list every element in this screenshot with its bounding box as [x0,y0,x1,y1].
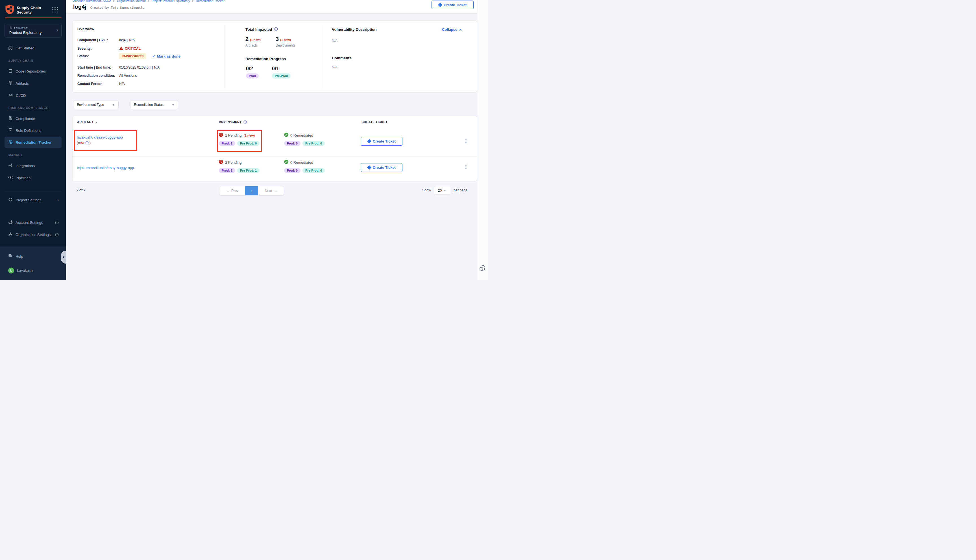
avatar: L [8,268,14,273]
overview-row-status: Status: IN-PROGRESS ✓ Mark as done [77,53,180,59]
overview-row-time: Start time | End time: 01/10/2025 01:08 … [77,65,160,70]
sidebar-item-account-settings[interactable]: Account Settings [5,218,62,227]
collapse-arrow-icon [62,256,64,258]
breadcrumb-current[interactable]: Remediation Tracker [196,0,225,3]
jira-diamond-icon [438,3,442,7]
brand-name: Supply ChainSecurity [17,6,41,15]
prev-page-button[interactable]: ← Prev [219,186,245,195]
row-menu-kebab[interactable] [464,165,468,169]
overview-row-contact: Contact Person: N/A [77,82,125,86]
total-impacted-section: Total Impacted [245,27,278,32]
gear-icon [8,197,13,203]
preprod-chip: Pre-Prod: 1 [237,168,260,173]
severity-value: CRITICAL [125,47,141,50]
warning-triangle-icon [119,46,123,51]
sidebar-item-remediation-tracker[interactable]: Remediation Tracker [5,137,62,148]
sidebar-item-label: Remediation Tracker [15,140,52,145]
comments-value: N/A [332,65,337,69]
sidebar-item-compliance[interactable]: Compliance [5,114,62,123]
sort-asc-icon: ▲ [95,121,97,123]
sidebar-item-label: Artifacts [15,81,29,85]
right-gutter [477,0,488,280]
sidebar-item-rule-definitions[interactable]: Rule Definitions [5,126,62,135]
breadcrumb-account[interactable]: Account: Automation-SSCA [73,0,111,3]
total-impacted-title: Total Impacted [245,27,272,32]
topbar: Account: Automation-SSCA>Organization: d… [66,0,477,13]
sidebar-item-label: Compliance [15,117,35,121]
artifact-link-cell: tejakummarikuntla/easy-buggy-app [77,166,134,170]
column-header-artifact[interactable]: ARTIFACT▲ [77,120,97,123]
sidebar-item-get-started[interactable]: Get Started [5,44,62,52]
sidebar-item-label: Pipelines [15,176,30,180]
sidebar-collapse-handle[interactable] [61,251,66,263]
arrow-left-icon: ← [226,189,230,193]
impacted-deployments-stat: 3(1 new) Deployments [275,36,295,47]
integrations-icon [8,163,13,168]
svg-text:?: ? [10,255,10,256]
annotation-box-artifact [74,130,137,151]
user-name: Lavakush [17,268,33,273]
app-grid-icon[interactable] [52,7,58,13]
infinity-icon [8,93,13,98]
collapse-link[interactable]: Collapse [442,27,462,32]
annotation-box-pending [217,130,262,152]
sidebar-item-label: CI/CD [16,93,26,98]
remediated-chips: Prod: 0 Pre-Prod: 0 [284,168,325,173]
sidebar-item-label: Get Started [15,46,34,50]
sidebar-item-integrations[interactable]: Integrations [5,162,62,170]
breadcrumb-project[interactable]: Project: Product Exploratory [151,0,190,3]
remediated-chips: Prod: 0 Pre-Prod: 0 [284,141,325,146]
arrow-right-icon: → [274,189,277,193]
sidebar-item-label: Code Repositories [15,69,46,73]
sidebar-item-cicd[interactable]: CI/CD [5,91,62,100]
create-ticket-button-top[interactable]: Create Ticket [432,0,474,9]
sidebar-section-supply-chain: SUPPLY CHAIN [8,59,33,62]
sidebar-item-code-repositories[interactable]: Code Repositories [5,67,62,75]
create-ticket-button-row[interactable]: Create Ticket [361,137,402,146]
info-icon [55,221,59,224]
create-ticket-button-row[interactable]: Create Ticket [361,163,402,172]
vulnerability-description-value: N/A [332,39,337,43]
next-page-button[interactable]: Next → [258,186,284,195]
overview-title: Overview [77,27,94,31]
code-repo-icon [8,68,13,74]
sidebar-item-pipelines[interactable]: Pipelines [5,173,62,182]
remediation-status-filter[interactable]: Remediation Status ▼ [130,100,178,109]
check-circle-icon [284,133,289,138]
current-page[interactable]: 1 [245,186,258,195]
breadcrumb-separator: > [147,0,149,3]
column-header-deployment: DEPLOYMENT [219,120,247,124]
sidebar-item-organization-settings[interactable]: Organization Settings [5,230,62,239]
show-label: Show [422,188,431,192]
prod-chip: Prod [246,73,259,78]
chat-support-icon[interactable] [479,264,486,273]
sidebar-item-artifacts[interactable]: Artifacts [5,79,62,88]
row-menu-kebab[interactable] [464,138,468,143]
jira-diamond-icon [367,165,372,170]
sidebar-section-manage: MANAGE [8,153,23,157]
button-label: Create Ticket [444,3,467,7]
sidebar-item-label: Help [15,254,23,258]
info-icon[interactable] [244,120,247,124]
artifact-link[interactable]: tejakummarikuntla/easy-buggy-app [77,166,134,170]
sidebar-item-label: Project Settings [15,198,41,202]
sidebar-user[interactable]: L Lavakush [5,266,62,275]
breadcrumb-organization[interactable]: Organization: default [117,0,146,3]
project-selector[interactable]: PROJECT Product Exploratory › [5,23,62,38]
breadcrumb-separator: > [192,0,194,3]
per-page-select[interactable]: 20 ▼ [434,186,450,195]
mark-as-done-link[interactable]: ✓ Mark as done [152,54,180,58]
sidebar-item-project-settings[interactable]: Project Settings › [5,196,62,204]
sidebar-item-help[interactable]: ? Help [5,252,62,260]
jira-diamond-icon [367,139,372,144]
sidebar-item-label: Organization Settings [15,233,50,237]
pending-icon [219,160,223,165]
info-icon[interactable] [274,27,278,32]
progress-preprod: 0/1 Pre-Prod [272,66,290,78]
sidebar-item-label: Rule Definitions [15,128,41,133]
sidebar-bottom-panel: ? Help L Lavakush [0,246,66,280]
document-search-icon [8,116,13,122]
layers-gear-icon [8,220,13,225]
results-summary: 2 of 2 [77,188,85,192]
environment-type-filter[interactable]: Environment Type ▼ [73,100,118,109]
